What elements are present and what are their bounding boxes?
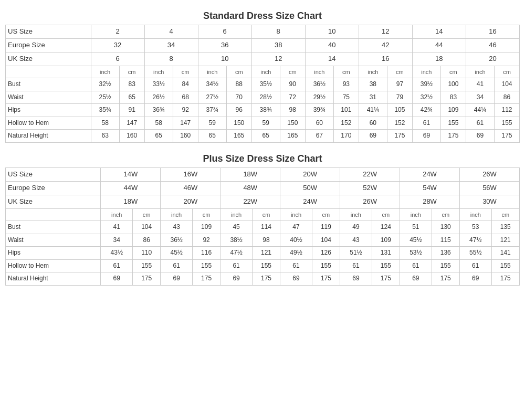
- plus-hips-10: 53½: [400, 247, 432, 260]
- plus-height-10: 69: [400, 272, 432, 286]
- standard-unit-inch-2: inch: [144, 66, 173, 78]
- plus-hips-label: Hips: [6, 247, 101, 260]
- plus-us-18w: 18W: [220, 167, 280, 181]
- plus-bust-row: Bust 41 104 43 109 45 114 47 119 49 124 …: [6, 220, 520, 234]
- standard-us-label: US Size: [6, 25, 91, 39]
- standard-bust-15: 104: [495, 78, 520, 91]
- standard-bust-6: 35½: [251, 78, 280, 91]
- standard-uk-6: 6: [91, 52, 144, 66]
- standard-height-15: 175: [495, 130, 520, 143]
- plus-waist-10: 45½: [400, 234, 432, 247]
- standard-unit-inch-6: inch: [359, 66, 387, 78]
- plus-waist-6: 40½: [280, 234, 312, 247]
- plus-bust-13: 135: [491, 220, 520, 234]
- standard-hollow-1: 147: [119, 117, 144, 130]
- standard-waist-1: 65: [119, 91, 144, 104]
- plus-height-0: 69: [101, 272, 133, 286]
- standard-us-row: US Size 2 4 6 8 10 12 14 16: [6, 25, 520, 39]
- standard-waist-0: 25½: [91, 91, 119, 104]
- plus-us-14w: 14W: [101, 167, 161, 181]
- standard-waist-5: 70: [226, 91, 251, 104]
- standard-bust-row: Bust 32½ 83 33½ 84 34½ 88 35½ 90 36½ 93 …: [6, 78, 520, 91]
- plus-unit-cm-2: cm: [192, 208, 220, 220]
- standard-hips-4: 37¾: [198, 104, 226, 117]
- standard-height-10: 69: [359, 130, 387, 143]
- standard-bust-3: 84: [173, 78, 198, 91]
- standard-height-label: Natural Height: [6, 130, 91, 143]
- standard-bust-14: 41: [466, 78, 494, 91]
- plus-uk-28w: 28W: [400, 195, 460, 208]
- standard-waist-9: 75: [333, 91, 359, 104]
- standard-table: US Size 2 4 6 8 10 12 14 16 Europe Size …: [5, 25, 520, 143]
- standard-unit-inch-7: inch: [412, 66, 440, 78]
- standard-uk-14: 14: [305, 52, 359, 66]
- standard-waist-3: 68: [173, 91, 198, 104]
- plus-hips-6: 49½: [280, 247, 312, 260]
- plus-waist-4: 38½: [220, 234, 253, 247]
- standard-waist-14: 34: [466, 91, 494, 104]
- plus-hollow-10: 61: [400, 259, 432, 272]
- plus-hollow-12: 61: [459, 259, 491, 272]
- standard-hollow-3: 147: [173, 117, 198, 130]
- plus-bust-label: Bust: [6, 220, 101, 234]
- standard-hollow-14: 61: [466, 117, 494, 130]
- plus-uk-30w: 30W: [459, 195, 519, 208]
- plus-bust-6: 47: [280, 220, 312, 234]
- plus-bust-11: 130: [432, 220, 459, 234]
- plus-unit-inch-7: inch: [459, 208, 491, 220]
- standard-bust-12: 39½: [412, 78, 440, 91]
- plus-us-label: US Size: [6, 167, 101, 181]
- plus-height-11: 175: [432, 272, 459, 286]
- plus-unit-inch-5: inch: [340, 208, 372, 220]
- plus-uk-22w: 22W: [220, 195, 280, 208]
- plus-height-4: 69: [220, 272, 253, 286]
- plus-bust-9: 124: [372, 220, 400, 234]
- standard-hips-12: 42¾: [412, 104, 440, 117]
- standard-uk-12: 12: [251, 52, 305, 66]
- standard-unit-cm-3: cm: [226, 66, 251, 78]
- standard-hips-14: 44¼: [466, 104, 494, 117]
- plus-waist-0: 34: [101, 234, 133, 247]
- standard-height-11: 175: [387, 130, 412, 143]
- plus-bust-1: 104: [132, 220, 160, 234]
- plus-hips-0: 43½: [101, 247, 133, 260]
- plus-hips-3: 116: [192, 247, 220, 260]
- plus-unit-inch-3: inch: [220, 208, 253, 220]
- standard-hollow-13: 155: [441, 117, 466, 130]
- plus-hollow-row: Hollow to Hem 61 155 61 155 61 155 61 15…: [6, 259, 520, 272]
- standard-europe-row: Europe Size 32 34 36 38 40 42 44 46: [6, 38, 520, 52]
- standard-unit-inch-3: inch: [198, 66, 226, 78]
- plus-unit-inch-6: inch: [400, 208, 432, 220]
- plus-hips-row: Hips 43½ 110 45½ 116 47½ 121 49½ 126 51½…: [6, 247, 520, 260]
- standard-bust-label: Bust: [6, 78, 91, 91]
- standard-unit-inch-8: inch: [466, 66, 494, 78]
- standard-waist-7: 72: [280, 91, 305, 104]
- standard-hollow-7: 150: [280, 117, 305, 130]
- plus-hips-9: 131: [372, 247, 400, 260]
- standard-bust-11: 97: [387, 78, 412, 91]
- plus-waist-2: 36½: [161, 234, 193, 247]
- standard-hips-15: 112: [495, 104, 520, 117]
- plus-eu-56w: 56W: [459, 181, 519, 195]
- plus-hollow-3: 155: [192, 259, 220, 272]
- plus-height-9: 175: [372, 272, 400, 286]
- plus-hollow-7: 155: [312, 259, 340, 272]
- standard-bust-13: 100: [441, 78, 466, 91]
- standard-unit-inch-4: inch: [251, 66, 280, 78]
- standard-hips-0: 35¾: [91, 104, 119, 117]
- standard-hollow-12: 61: [412, 117, 440, 130]
- plus-us-26w: 26W: [459, 167, 519, 181]
- standard-bust-8: 36½: [305, 78, 333, 91]
- standard-eu-42: 42: [359, 38, 412, 52]
- standard-uk-16: 16: [359, 52, 412, 66]
- standard-hollow-15: 155: [495, 117, 520, 130]
- plus-unit-cm-4: cm: [312, 208, 340, 220]
- standard-waist-2: 26½: [144, 91, 173, 104]
- plus-hollow-13: 155: [491, 259, 520, 272]
- standard-eu-36: 36: [198, 38, 251, 52]
- standard-hollow-8: 60: [305, 117, 333, 130]
- standard-unit-cm-1: cm: [119, 66, 144, 78]
- plus-waist-12: 47½: [459, 234, 491, 247]
- plus-europe-label: Europe Size: [6, 181, 101, 195]
- plus-eu-54w: 54W: [400, 181, 460, 195]
